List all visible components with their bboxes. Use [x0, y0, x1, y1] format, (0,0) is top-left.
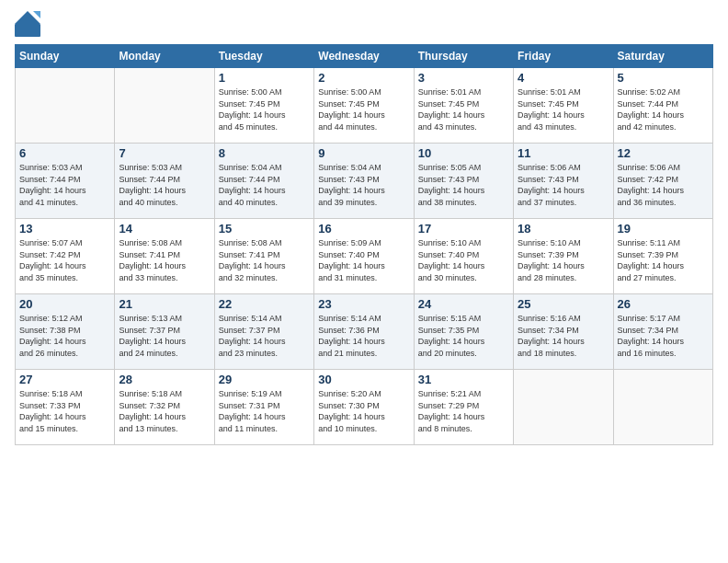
day-number: 16 — [318, 222, 409, 236]
calendar-cell: 4Sunrise: 5:01 AM Sunset: 7:45 PM Daylig… — [514, 68, 613, 144]
day-info: Sunrise: 5:09 AM Sunset: 7:40 PM Dayligh… — [318, 237, 409, 283]
calendar-header-tuesday: Tuesday — [214, 45, 313, 68]
day-number: 7 — [119, 146, 210, 160]
day-info: Sunrise: 5:13 AM Sunset: 7:37 PM Dayligh… — [119, 313, 210, 359]
calendar: SundayMondayTuesdayWednesdayThursdayFrid… — [15, 44, 713, 445]
day-number: 2 — [318, 71, 409, 85]
day-number: 21 — [119, 297, 210, 311]
day-number: 5 — [618, 71, 709, 85]
day-info: Sunrise: 5:05 AM Sunset: 7:43 PM Dayligh… — [418, 162, 509, 208]
day-info: Sunrise: 5:17 AM Sunset: 7:34 PM Dayligh… — [618, 313, 709, 359]
calendar-cell: 30Sunrise: 5:20 AM Sunset: 7:30 PM Dayli… — [314, 370, 414, 445]
day-number: 15 — [219, 222, 310, 236]
calendar-header-saturday: Saturday — [613, 45, 712, 68]
calendar-cell: 21Sunrise: 5:13 AM Sunset: 7:37 PM Dayli… — [115, 294, 214, 370]
calendar-cell: 11Sunrise: 5:06 AM Sunset: 7:43 PM Dayli… — [514, 144, 613, 219]
day-number: 25 — [518, 297, 609, 311]
calendar-cell: 8Sunrise: 5:04 AM Sunset: 7:44 PM Daylig… — [214, 144, 313, 219]
calendar-week-2: 6Sunrise: 5:03 AM Sunset: 7:44 PM Daylig… — [16, 144, 713, 219]
calendar-cell: 20Sunrise: 5:12 AM Sunset: 7:38 PM Dayli… — [16, 294, 115, 370]
day-number: 3 — [418, 71, 509, 85]
calendar-cell: 10Sunrise: 5:05 AM Sunset: 7:43 PM Dayli… — [414, 144, 513, 219]
day-number: 10 — [418, 146, 509, 160]
day-info: Sunrise: 5:18 AM Sunset: 7:32 PM Dayligh… — [119, 388, 210, 434]
day-number: 12 — [618, 146, 709, 160]
calendar-cell: 31Sunrise: 5:21 AM Sunset: 7:29 PM Dayli… — [414, 370, 513, 445]
svg-marker-2 — [33, 11, 40, 18]
day-info: Sunrise: 5:11 AM Sunset: 7:39 PM Dayligh… — [618, 237, 709, 283]
day-number: 30 — [318, 373, 409, 386]
calendar-cell: 13Sunrise: 5:07 AM Sunset: 7:42 PM Dayli… — [16, 219, 115, 294]
day-info: Sunrise: 5:15 AM Sunset: 7:35 PM Dayligh… — [418, 313, 509, 359]
page: SundayMondayTuesdayWednesdayThursdayFrid… — [0, 0, 728, 563]
day-info: Sunrise: 5:01 AM Sunset: 7:45 PM Dayligh… — [418, 86, 509, 132]
day-info: Sunrise: 5:03 AM Sunset: 7:44 PM Dayligh… — [19, 162, 110, 208]
calendar-cell — [613, 370, 712, 445]
day-number: 23 — [318, 297, 409, 311]
calendar-cell — [514, 370, 613, 445]
calendar-cell: 9Sunrise: 5:04 AM Sunset: 7:43 PM Daylig… — [314, 144, 414, 219]
day-info: Sunrise: 5:21 AM Sunset: 7:29 PM Dayligh… — [418, 388, 509, 434]
calendar-cell: 2Sunrise: 5:00 AM Sunset: 7:45 PM Daylig… — [314, 68, 414, 144]
calendar-header-sunday: Sunday — [16, 45, 115, 68]
svg-rect-0 — [15, 24, 40, 37]
day-info: Sunrise: 5:00 AM Sunset: 7:45 PM Dayligh… — [219, 86, 310, 132]
calendar-week-3: 13Sunrise: 5:07 AM Sunset: 7:42 PM Dayli… — [16, 219, 713, 294]
calendar-week-1: 1Sunrise: 5:00 AM Sunset: 7:45 PM Daylig… — [16, 68, 713, 144]
day-info: Sunrise: 5:01 AM Sunset: 7:45 PM Dayligh… — [518, 86, 609, 132]
day-info: Sunrise: 5:08 AM Sunset: 7:41 PM Dayligh… — [119, 237, 210, 283]
calendar-header-monday: Monday — [115, 45, 214, 68]
day-info: Sunrise: 5:10 AM Sunset: 7:40 PM Dayligh… — [418, 237, 509, 283]
header — [15, 11, 713, 37]
day-info: Sunrise: 5:18 AM Sunset: 7:33 PM Dayligh… — [19, 388, 110, 434]
day-number: 27 — [19, 373, 110, 386]
calendar-cell: 12Sunrise: 5:06 AM Sunset: 7:42 PM Dayli… — [613, 144, 712, 219]
day-number: 19 — [618, 222, 709, 236]
day-info: Sunrise: 5:14 AM Sunset: 7:36 PM Dayligh… — [318, 313, 409, 359]
calendar-cell: 14Sunrise: 5:08 AM Sunset: 7:41 PM Dayli… — [115, 219, 214, 294]
day-number: 20 — [19, 297, 110, 311]
day-info: Sunrise: 5:00 AM Sunset: 7:45 PM Dayligh… — [318, 86, 409, 132]
day-number: 31 — [418, 373, 509, 386]
day-number: 8 — [219, 146, 310, 160]
day-number: 14 — [119, 222, 210, 236]
day-info: Sunrise: 5:02 AM Sunset: 7:44 PM Dayligh… — [618, 86, 709, 132]
day-number: 28 — [119, 373, 210, 386]
calendar-cell: 1Sunrise: 5:00 AM Sunset: 7:45 PM Daylig… — [214, 68, 313, 144]
day-number: 29 — [219, 373, 310, 386]
calendar-cell: 27Sunrise: 5:18 AM Sunset: 7:33 PM Dayli… — [16, 370, 115, 445]
calendar-cell: 24Sunrise: 5:15 AM Sunset: 7:35 PM Dayli… — [414, 294, 513, 370]
day-info: Sunrise: 5:16 AM Sunset: 7:34 PM Dayligh… — [518, 313, 609, 359]
logo-icon — [15, 11, 40, 37]
calendar-header-friday: Friday — [514, 45, 613, 68]
calendar-cell: 19Sunrise: 5:11 AM Sunset: 7:39 PM Dayli… — [613, 219, 712, 294]
calendar-cell: 28Sunrise: 5:18 AM Sunset: 7:32 PM Dayli… — [115, 370, 214, 445]
calendar-header-row: SundayMondayTuesdayWednesdayThursdayFrid… — [16, 45, 713, 68]
day-number: 22 — [219, 297, 310, 311]
day-info: Sunrise: 5:08 AM Sunset: 7:41 PM Dayligh… — [219, 237, 310, 283]
calendar-cell: 6Sunrise: 5:03 AM Sunset: 7:44 PM Daylig… — [16, 144, 115, 219]
day-number: 11 — [518, 146, 609, 160]
calendar-header-thursday: Thursday — [414, 45, 513, 68]
logo — [15, 11, 42, 37]
day-info: Sunrise: 5:06 AM Sunset: 7:43 PM Dayligh… — [518, 162, 609, 208]
calendar-cell: 25Sunrise: 5:16 AM Sunset: 7:34 PM Dayli… — [514, 294, 613, 370]
calendar-cell — [16, 68, 115, 144]
day-info: Sunrise: 5:20 AM Sunset: 7:30 PM Dayligh… — [318, 388, 409, 434]
day-number: 1 — [219, 71, 310, 85]
day-number: 18 — [518, 222, 609, 236]
day-info: Sunrise: 5:14 AM Sunset: 7:37 PM Dayligh… — [219, 313, 310, 359]
calendar-cell: 29Sunrise: 5:19 AM Sunset: 7:31 PM Dayli… — [214, 370, 313, 445]
calendar-cell: 16Sunrise: 5:09 AM Sunset: 7:40 PM Dayli… — [314, 219, 414, 294]
day-info: Sunrise: 5:06 AM Sunset: 7:42 PM Dayligh… — [618, 162, 709, 208]
calendar-cell: 5Sunrise: 5:02 AM Sunset: 7:44 PM Daylig… — [613, 68, 712, 144]
calendar-cell: 23Sunrise: 5:14 AM Sunset: 7:36 PM Dayli… — [314, 294, 414, 370]
calendar-cell: 17Sunrise: 5:10 AM Sunset: 7:40 PM Dayli… — [414, 219, 513, 294]
day-info: Sunrise: 5:03 AM Sunset: 7:44 PM Dayligh… — [119, 162, 210, 208]
calendar-cell: 26Sunrise: 5:17 AM Sunset: 7:34 PM Dayli… — [613, 294, 712, 370]
day-info: Sunrise: 5:07 AM Sunset: 7:42 PM Dayligh… — [19, 237, 110, 283]
day-number: 13 — [19, 222, 110, 236]
day-info: Sunrise: 5:10 AM Sunset: 7:39 PM Dayligh… — [518, 237, 609, 283]
calendar-week-5: 27Sunrise: 5:18 AM Sunset: 7:33 PM Dayli… — [16, 370, 713, 445]
day-info: Sunrise: 5:04 AM Sunset: 7:43 PM Dayligh… — [318, 162, 409, 208]
